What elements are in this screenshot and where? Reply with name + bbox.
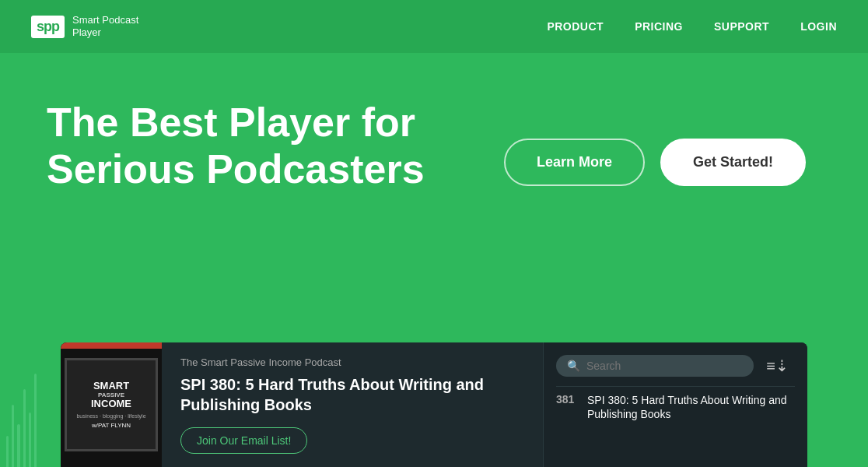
artwork-income: INCOME bbox=[91, 399, 131, 409]
sort-button[interactable]: ≡⇣ bbox=[760, 353, 795, 378]
waveform-bars bbox=[0, 350, 43, 467]
hero-title-line1: The Best Player for bbox=[47, 100, 415, 145]
bar-6 bbox=[34, 374, 37, 467]
artwork-red-bar bbox=[61, 342, 162, 349]
player-info: The Smart Passive Income Podcast SPI 380… bbox=[162, 342, 543, 467]
hero-title: The Best Player for Serious Podcasters bbox=[47, 100, 467, 193]
learn-more-button[interactable]: Learn More bbox=[504, 139, 645, 186]
bar-1 bbox=[6, 436, 9, 467]
artwork-smart: SMART bbox=[91, 381, 131, 392]
get-started-button[interactable]: Get Started! bbox=[660, 139, 806, 186]
artwork-title: SMART PASSIVE INCOME bbox=[91, 381, 131, 409]
bar-2 bbox=[12, 405, 14, 467]
episode-title: SPI 380: 5 Hard Truths About Writing and… bbox=[180, 374, 524, 415]
nav-login[interactable]: LOGIN bbox=[800, 20, 837, 33]
hero-title-line2: Serious Podcasters bbox=[47, 146, 425, 191]
artwork-byline: business · blogging · lifestyle bbox=[76, 413, 145, 419]
episode-list-title: SPI 380: 5 Hard Truths About Writing and… bbox=[587, 393, 795, 421]
logo-box: spp bbox=[31, 16, 65, 38]
episode-list-item: 381 SPI 380: 5 Hard Truths About Writing… bbox=[556, 386, 795, 427]
artwork-host: w/PAT FLYNN bbox=[92, 422, 131, 429]
podcast-player: SMART PASSIVE INCOME business · blogging… bbox=[61, 342, 807, 467]
bar-5 bbox=[29, 413, 31, 467]
artwork-image: SMART PASSIVE INCOME business · blogging… bbox=[65, 358, 158, 451]
nav-support[interactable]: SUPPORT bbox=[714, 20, 769, 33]
bar-3 bbox=[17, 424, 19, 467]
search-bar: 🔍 ≡⇣ bbox=[556, 353, 795, 378]
player-artwork: SMART PASSIVE INCOME business · blogging… bbox=[61, 342, 162, 467]
bar-4 bbox=[23, 389, 26, 467]
logo-subtitle: Smart Podcast Player bbox=[72, 14, 138, 38]
search-input-wrap: 🔍 bbox=[556, 355, 754, 377]
hero-cta-buttons: Learn More Get Started! bbox=[504, 139, 806, 186]
logo-subtitle-line2: Player bbox=[72, 26, 138, 39]
header: spp Smart Podcast Player PRODUCT PRICING… bbox=[0, 0, 868, 53]
logo: spp Smart Podcast Player bbox=[31, 14, 138, 38]
hero-section: The Best Player for Serious Podcasters L… bbox=[0, 53, 868, 467]
hero-content: The Best Player for Serious Podcasters L… bbox=[0, 53, 868, 364]
logo-subtitle-line1: Smart Podcast bbox=[72, 14, 138, 26]
player-right-panel: 🔍 ≡⇣ 381 SPI 380: 5 Hard Truths About Wr… bbox=[543, 342, 807, 467]
search-input[interactable] bbox=[586, 360, 743, 372]
search-icon: 🔍 bbox=[567, 360, 580, 372]
email-list-button[interactable]: Join Our Email List! bbox=[180, 427, 307, 454]
nav-pricing[interactable]: PRICING bbox=[635, 20, 683, 33]
episode-number: 381 bbox=[556, 393, 578, 406]
nav-product[interactable]: PRODUCT bbox=[547, 20, 604, 33]
player-top: SMART PASSIVE INCOME business · blogging… bbox=[61, 342, 807, 467]
logo-text: spp bbox=[37, 19, 59, 34]
main-nav: PRODUCT PRICING SUPPORT LOGIN bbox=[547, 20, 837, 33]
show-name: The Smart Passive Income Podcast bbox=[180, 356, 524, 368]
